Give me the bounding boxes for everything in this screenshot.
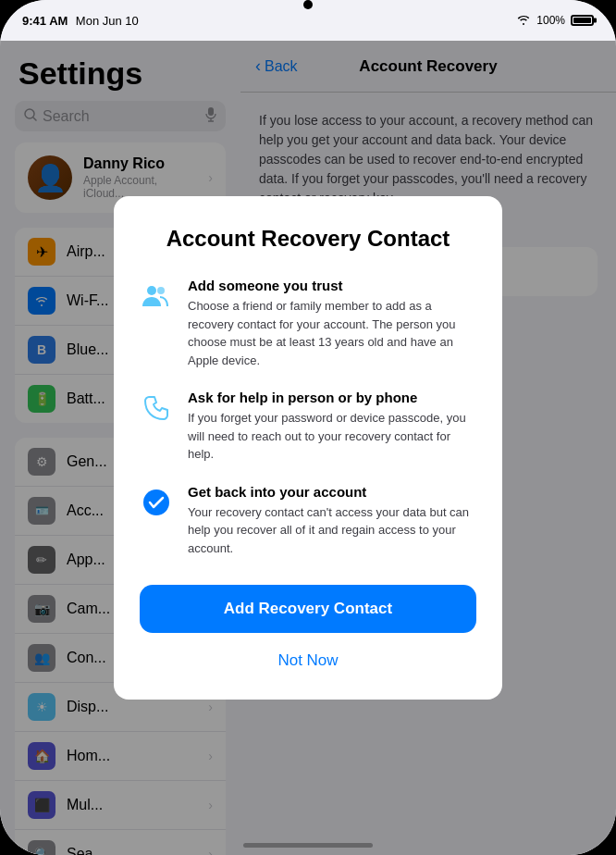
help-description: If you forget your password or device pa… xyxy=(188,409,476,464)
modal-feature-help: Ask for help in person or by phone If yo… xyxy=(140,390,476,464)
modal-overlay: Account Recovery Contact Add someone you… xyxy=(0,41,616,855)
main-content: Settings Search 👤 Danny Rico Apple Acco xyxy=(0,41,616,855)
access-feature-text: Get back into your account Your recovery… xyxy=(188,484,476,558)
help-heading: Ask for help in person or by phone xyxy=(188,390,476,405)
trust-feature-text: Add someone you trust Choose a friend or… xyxy=(188,278,476,369)
status-icons: 100% xyxy=(516,14,594,28)
trust-description: Choose a friend or family member to add … xyxy=(188,297,476,369)
modal-dialog: Account Recovery Contact Add someone you… xyxy=(114,196,502,700)
people-icon xyxy=(140,279,173,313)
modal-feature-access: Get back into your account Your recovery… xyxy=(140,484,476,558)
phone-icon xyxy=(140,391,173,425)
battery-icon xyxy=(571,15,594,26)
help-feature-text: Ask for help in person or by phone If yo… xyxy=(188,390,476,464)
status-time: 9:41 AM Mon Jun 10 xyxy=(22,12,139,29)
device-frame: 9:41 AM Mon Jun 10 100% Settings xyxy=(0,0,616,855)
battery-status: 100% xyxy=(536,14,565,27)
add-recovery-contact-button[interactable]: Add Recovery Contact xyxy=(140,585,476,633)
access-description: Your recovery contact can't access your … xyxy=(188,503,476,558)
modal-feature-trust: Add someone you trust Choose a friend or… xyxy=(140,278,476,369)
access-heading: Get back into your account xyxy=(188,484,476,500)
not-now-button[interactable]: Not Now xyxy=(140,644,476,677)
svg-point-7 xyxy=(143,489,169,515)
svg-point-6 xyxy=(157,287,165,294)
wifi-icon xyxy=(516,14,531,28)
notch xyxy=(303,0,313,9)
svg-point-5 xyxy=(147,286,156,295)
modal-title: Account Recovery Contact xyxy=(140,226,476,253)
check-circle-icon xyxy=(140,486,173,519)
status-bar: 9:41 AM Mon Jun 10 100% xyxy=(0,0,616,41)
trust-heading: Add someone you trust xyxy=(188,278,476,293)
